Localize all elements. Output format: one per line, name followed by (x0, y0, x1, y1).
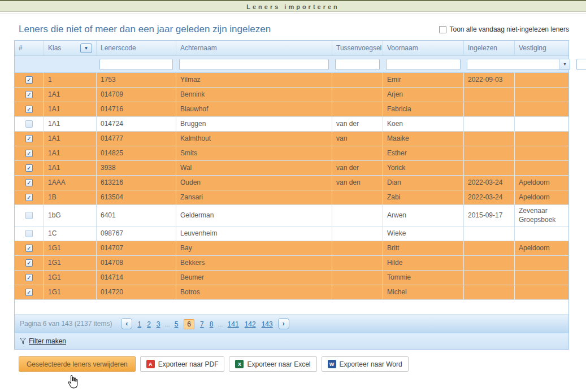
column-header-achternaam[interactable]: Achternaam (176, 41, 332, 55)
export-pdf-button[interactable]: A Exporteer naar PDF (140, 356, 225, 372)
table-row: 1C098767LeuvenheimWieke (15, 227, 568, 241)
column-header-vestiging[interactable]: Vestiging (515, 41, 570, 55)
cell-lenerscode: 6401 (97, 205, 176, 226)
column-header-label: Lenerscode (101, 44, 136, 52)
pagination-page-link[interactable]: 1 (137, 320, 141, 328)
pagination-summary: Pagina 6 van 143 (2137 items) (20, 320, 112, 328)
table-row: 1B613504ZansariZabi2022-03-24Apeldoorn (15, 190, 568, 205)
column-header-select[interactable]: # (15, 41, 44, 55)
column-header-ingelezen[interactable]: Ingelezen (464, 41, 515, 55)
cell-vestiging (515, 271, 570, 285)
toggle-checkbox[interactable] (439, 26, 446, 33)
filter-cell-check (15, 56, 44, 72)
row-checkbox[interactable] (25, 194, 33, 201)
cell-ingelezen: 2022-09-03 (464, 73, 515, 87)
pagination-page-link[interactable]: 8 (210, 320, 214, 328)
column-header-tussenvoegsel[interactable]: Tussenvoegsel (332, 41, 383, 55)
cell-vestiging (515, 161, 570, 175)
table-row: 1AAA613216Oudenvan denDian2022-03-24Apel… (15, 176, 568, 190)
cell-klas: 1G1 (44, 271, 97, 285)
row-checkbox[interactable] (25, 289, 33, 296)
cell-vestiging: Apeldoorn (515, 190, 570, 204)
pagination-ellipsis: ... (218, 321, 223, 328)
row-checkbox[interactable] (25, 164, 33, 172)
cell-achternaam: Botros (176, 285, 332, 299)
pagination-page-link[interactable]: 143 (262, 320, 273, 328)
row-checkbox[interactable] (25, 150, 33, 157)
row-checkbox[interactable] (25, 120, 33, 128)
pagination-page-link[interactable]: 3 (157, 320, 160, 328)
cell-achternaam: Zansari (176, 190, 332, 204)
cell-select (15, 285, 44, 299)
filter-input-vestiging[interactable] (576, 59, 586, 70)
table-row: 1G1014720BotrosMichel (15, 285, 568, 300)
row-checkbox[interactable] (25, 274, 33, 281)
filter-input-lenerscode[interactable] (99, 59, 173, 70)
cell-achternaam: Bruggen (176, 117, 332, 131)
cell-lenerscode: 1753 (97, 73, 176, 87)
cell-select (15, 227, 44, 241)
cell-tussenvoegsel (332, 73, 383, 87)
column-header-klas[interactable]: Klas▼ (44, 41, 97, 55)
column-header-voornaam[interactable]: Voornaam (383, 41, 464, 55)
cell-ingelezen (464, 256, 515, 270)
cell-ingelezen (464, 161, 515, 175)
table-row: 1A1014825SmitsEsther (15, 146, 568, 161)
action-buttons: Geselecteerde leners verwijderen A Expor… (19, 356, 586, 372)
row-checkbox[interactable] (25, 259, 33, 267)
table-row: 11753YilmazEmir2022-09-03 (15, 73, 568, 88)
cell-vestiging: Zevenaar Groepsboek (515, 205, 570, 226)
cell-klas: 1G1 (44, 241, 97, 255)
cell-lenerscode: 014707 (97, 241, 176, 255)
column-header-lenerscode[interactable]: Lenerscode (97, 41, 176, 55)
cell-ingelezen (464, 285, 515, 299)
export-excel-button[interactable]: X Exporteer naar Excel (229, 356, 316, 372)
pagination-page-link[interactable]: 141 (228, 320, 239, 328)
row-checkbox[interactable] (25, 212, 33, 219)
cell-voornaam: Britt (383, 241, 464, 255)
row-checkbox[interactable] (25, 106, 33, 113)
filter-cell-klas (44, 56, 97, 72)
cell-voornaam: Esther (383, 146, 464, 160)
pagination-page-link[interactable]: 2 (147, 320, 151, 328)
cell-lenerscode: 098767 (97, 227, 176, 241)
pagination-page-link[interactable]: 142 (245, 320, 256, 328)
cell-ingelezen (464, 88, 515, 102)
cell-tussenvoegsel (332, 241, 383, 255)
cell-select (15, 88, 44, 102)
filter-input-achternaam[interactable] (179, 59, 329, 70)
pagination-prev-button[interactable]: ‹ (121, 318, 132, 329)
filter-input-tussenvoegsel[interactable] (335, 59, 380, 70)
row-checkbox[interactable] (25, 230, 33, 237)
cell-achternaam: Gelderman (176, 205, 332, 226)
cell-ingelezen (464, 102, 515, 116)
cell-klas: 1C (44, 227, 97, 241)
table-row: 1bG6401GeldermanArwen2015-09-17Zevenaar … (15, 205, 568, 227)
cell-klas: 1 (44, 73, 97, 87)
row-checkbox[interactable] (25, 179, 33, 186)
row-checkbox[interactable] (25, 135, 33, 142)
cell-lenerscode: 014708 (97, 256, 176, 270)
filter-maken-link[interactable]: Filter maken (29, 337, 66, 345)
pagination-page-link[interactable]: 7 (200, 320, 204, 328)
klas-filter-dropdown-icon[interactable]: ▼ (80, 43, 92, 53)
delete-selected-button[interactable]: Geselecteerde leners verwijderen (19, 356, 136, 372)
export-word-button[interactable]: W Exporteer naar Word (322, 356, 409, 372)
cell-achternaam: Yilmaz (176, 73, 332, 87)
row-checkbox[interactable] (25, 76, 33, 84)
toggle-show-all[interactable]: Toon alle vandaag niet-ingelezen leners (439, 25, 569, 33)
filter-select-input-ingelezen[interactable] (467, 59, 559, 69)
cell-tussenvoegsel (332, 285, 383, 299)
row-checkbox[interactable] (25, 91, 33, 98)
filter-input-voornaam[interactable] (386, 59, 461, 70)
row-checkbox[interactable] (25, 245, 33, 252)
filter-cell-vestiging (574, 56, 586, 72)
cell-klas: 1bG (44, 205, 97, 226)
cell-select (15, 271, 44, 285)
cell-select (15, 176, 44, 190)
pagination-page-link[interactable]: 5 (175, 320, 179, 328)
column-header-label: Achternaam (180, 44, 217, 52)
cell-klas: 1A1 (44, 88, 97, 102)
chevron-down-icon[interactable]: ▼ (559, 59, 570, 69)
pagination-next-button[interactable]: › (278, 318, 289, 329)
